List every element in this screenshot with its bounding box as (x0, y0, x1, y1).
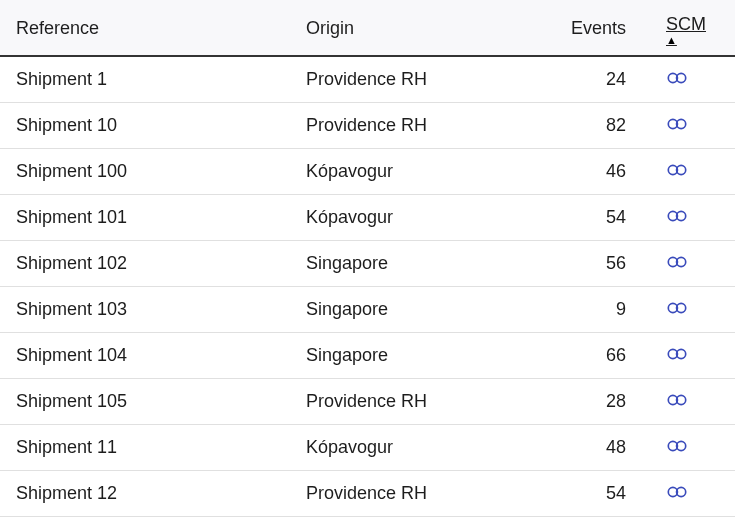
cell-events: 48 (540, 425, 650, 471)
cell-reference: Shipment 105 (0, 379, 290, 425)
cell-origin: Kópavogur (290, 425, 540, 471)
cell-events: 56 (540, 241, 650, 287)
cell-reference: Shipment 13 (0, 517, 290, 529)
cell-origin: Providence RH (290, 379, 540, 425)
cell-reference: Shipment 1 (0, 56, 290, 103)
cell-events: 54 (540, 471, 650, 517)
cell-reference: Shipment 12 (0, 471, 290, 517)
cell-scm (650, 333, 735, 379)
link-icon[interactable] (666, 163, 688, 177)
cell-scm (650, 471, 735, 517)
link-icon[interactable] (666, 439, 688, 453)
link-icon[interactable] (666, 117, 688, 131)
link-icon[interactable] (666, 301, 688, 315)
cell-events: 54 (540, 195, 650, 241)
cell-events: 28 (540, 379, 650, 425)
link-icon[interactable] (666, 393, 688, 407)
table-row[interactable]: Shipment 100Kópavogur46 (0, 149, 735, 195)
cell-events: 66 (540, 333, 650, 379)
table-row[interactable]: Shipment 13Providence RH33 (0, 517, 735, 529)
cell-events: 33 (540, 517, 650, 529)
header-origin[interactable]: Origin (290, 0, 540, 56)
table-row[interactable]: Shipment 1Providence RH24 (0, 56, 735, 103)
cell-reference: Shipment 103 (0, 287, 290, 333)
cell-origin: Providence RH (290, 56, 540, 103)
table-row[interactable]: Shipment 11Kópavogur48 (0, 425, 735, 471)
link-icon[interactable] (666, 485, 688, 499)
table-row[interactable]: Shipment 102Singapore56 (0, 241, 735, 287)
cell-scm (650, 195, 735, 241)
cell-scm (650, 149, 735, 195)
cell-origin: Singapore (290, 287, 540, 333)
table-row[interactable]: Shipment 101Kópavogur54 (0, 195, 735, 241)
cell-scm (650, 517, 735, 529)
header-scm-label: SCM (666, 14, 706, 34)
cell-events: 82 (540, 103, 650, 149)
cell-scm (650, 56, 735, 103)
table-row[interactable]: Shipment 12Providence RH54 (0, 471, 735, 517)
table-row[interactable]: Shipment 103Singapore9 (0, 287, 735, 333)
sort-asc-icon: ▲ (666, 37, 719, 43)
cell-reference: Shipment 10 (0, 103, 290, 149)
cell-origin: Providence RH (290, 471, 540, 517)
table-row[interactable]: Shipment 104Singapore66 (0, 333, 735, 379)
link-icon[interactable] (666, 209, 688, 223)
shipments-table: Reference Origin Events SCM ▲ Shipment 1… (0, 0, 735, 528)
cell-scm (650, 103, 735, 149)
cell-origin: Kópavogur (290, 149, 540, 195)
link-icon[interactable] (666, 255, 688, 269)
cell-scm (650, 287, 735, 333)
cell-reference: Shipment 101 (0, 195, 290, 241)
cell-events: 24 (540, 56, 650, 103)
cell-reference: Shipment 102 (0, 241, 290, 287)
cell-scm (650, 425, 735, 471)
link-icon[interactable] (666, 347, 688, 361)
table-header-row: Reference Origin Events SCM ▲ (0, 0, 735, 56)
cell-reference: Shipment 104 (0, 333, 290, 379)
cell-origin: Singapore (290, 333, 540, 379)
cell-origin: Providence RH (290, 517, 540, 529)
cell-origin: Providence RH (290, 103, 540, 149)
header-scm[interactable]: SCM ▲ (650, 0, 735, 56)
cell-scm (650, 241, 735, 287)
cell-scm (650, 379, 735, 425)
cell-reference: Shipment 100 (0, 149, 290, 195)
header-reference[interactable]: Reference (0, 0, 290, 56)
cell-events: 9 (540, 287, 650, 333)
cell-events: 46 (540, 149, 650, 195)
header-events[interactable]: Events (540, 0, 650, 56)
cell-origin: Singapore (290, 241, 540, 287)
link-icon[interactable] (666, 71, 688, 85)
cell-origin: Kópavogur (290, 195, 540, 241)
cell-reference: Shipment 11 (0, 425, 290, 471)
table-row[interactable]: Shipment 10Providence RH82 (0, 103, 735, 149)
table-row[interactable]: Shipment 105Providence RH28 (0, 379, 735, 425)
